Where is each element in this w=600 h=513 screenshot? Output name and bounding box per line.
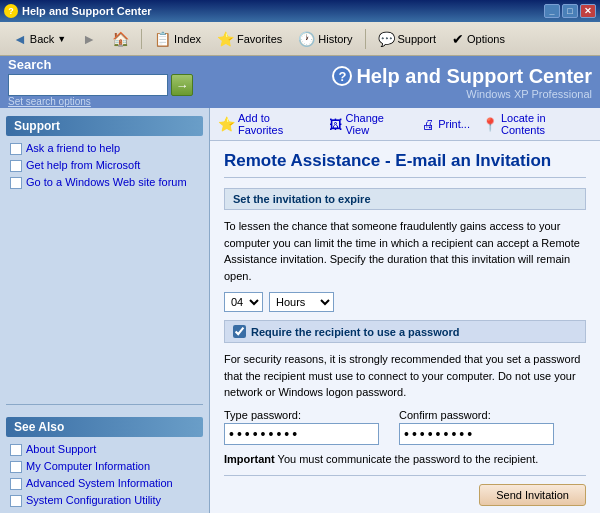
checkbox-system-config [10,495,22,507]
search-options-link[interactable]: Set search options [8,96,91,107]
locate-in-contents-button[interactable]: 📍 Locate in Contents [482,112,592,136]
back-dropdown-icon[interactable]: ▼ [57,34,66,44]
checkbox-advanced-system [10,478,22,490]
title-bar-left: ? Help and Support Center [4,4,152,18]
hours-value-select[interactable]: 01 02 03 04 05 06 12 24 [224,292,263,312]
home-button[interactable]: 🏠 [105,28,136,50]
back-button[interactable]: ◄ Back ▼ [6,28,73,50]
search-title-main: ? Help and Support Center [197,65,592,88]
support-section: Support Ask a friend to help Get help fr… [6,116,203,191]
sidebar-item-ask-friend[interactable]: Ask a friend to help [6,140,203,157]
index-icon: 📋 [154,31,171,47]
get-help-link[interactable]: Get help from Microsoft [26,159,140,171]
support-heading: Support [6,116,203,136]
section2-body: For security reasons, it is strongly rec… [224,351,586,401]
computer-info-link[interactable]: My Computer Information [26,460,150,472]
send-invitation-button[interactable]: Send Invitation [479,484,586,506]
sidebar-item-windows-forum[interactable]: Go to a Windows Web site forum [6,174,203,191]
require-password-label: Require the recipient to use a password [251,326,459,338]
print-button[interactable]: 🖨 Print... [422,117,470,132]
page-title: Remote Assistance - E-mail an Invitation [224,151,586,178]
advanced-system-link[interactable]: Advanced System Information [26,477,173,489]
search-title-subtitle: Windows XP Professional [197,88,592,100]
search-go-button[interactable]: → [171,74,193,96]
print-icon: 🖨 [422,117,435,132]
home-icon: 🏠 [112,31,129,47]
sidebar-spacer [0,195,209,400]
checkbox-ask-friend [10,143,22,155]
important-note: Important You must communicate the passw… [224,453,586,465]
separator-2 [365,29,366,49]
sidebar-item-get-help[interactable]: Get help from Microsoft [6,157,203,174]
history-button[interactable]: 🕐 History [291,28,359,50]
change-view-button[interactable]: 🖼 Change View [329,112,410,136]
sidebar-item-about-support[interactable]: About Support [6,441,203,458]
system-config-link[interactable]: System Configuration Utility [26,494,161,506]
history-icon: 🕐 [298,31,315,47]
password-section: Type password: Confirm password: [224,409,586,445]
sidebar-item-system-config[interactable]: System Configuration Utility [6,492,203,509]
content-body: Remote Assistance - E-mail an Invitation… [210,141,600,513]
favorites-button[interactable]: ⭐ Favorites [210,28,289,50]
hours-row: 01 02 03 04 05 06 12 24 Minutes Hours Da… [224,292,586,312]
support-icon: 💬 [378,31,395,47]
close-button[interactable]: ✕ [580,4,596,18]
sidebar-item-advanced-system[interactable]: Advanced System Information [6,475,203,492]
ask-friend-link[interactable]: Ask a friend to help [26,142,120,154]
about-support-link[interactable]: About Support [26,443,96,455]
maximize-button[interactable]: □ [562,4,578,18]
support-button[interactable]: 💬 Support [371,28,444,50]
windows-forum-link[interactable]: Go to a Windows Web site forum [26,176,187,188]
title-bar-text: Help and Support Center [22,5,152,17]
sidebar: Support Ask a friend to help Get help fr… [0,108,210,513]
sidebar-divider [6,404,203,405]
important-body: You must communicate the password to the… [275,453,539,465]
sidebar-item-computer-info[interactable]: My Computer Information [6,458,203,475]
section1-heading: Set the invitation to expire [224,188,586,210]
options-button[interactable]: ✔ Options [445,28,512,50]
type-password-label: Type password: [224,409,379,421]
checkbox-computer-info [10,461,22,473]
see-also-heading: See Also [6,417,203,437]
type-password-input[interactable] [224,423,379,445]
add-to-favorites-button[interactable]: ⭐ Add to Favorites [218,112,317,136]
password-fields: Type password: Confirm password: [224,409,586,445]
back-icon: ◄ [13,31,27,47]
confirm-password-group: Confirm password: [399,409,554,445]
separator-1 [141,29,142,49]
checkbox-windows-forum [10,177,22,189]
title-bar: ? Help and Support Center _ □ ✕ [0,0,600,22]
locate-icon: 📍 [482,117,498,132]
confirm-password-input[interactable] [399,423,554,445]
star-icon: ⭐ [218,116,235,132]
checkbox-get-help [10,160,22,172]
toolbar: ◄ Back ▼ ► 🏠 📋 Index ⭐ Favorites 🕐 Histo… [0,22,600,56]
favorites-icon: ⭐ [217,31,234,47]
section1-body: To lessen the chance that someone fraudu… [224,218,586,284]
content-area: ⭐ Add to Favorites 🖼 Change View 🖨 Print… [210,108,600,513]
require-password-checkbox[interactable] [233,325,246,338]
search-input-row: → [8,74,193,96]
search-label: Search [8,57,51,72]
app-icon: ? [4,4,18,18]
action-bar: ⭐ Add to Favorites 🖼 Change View 🖨 Print… [210,108,600,141]
help-circle-icon: ? [332,66,352,86]
search-left: Search → Set search options [8,57,193,107]
forward-button[interactable]: ► [75,28,103,50]
index-button[interactable]: 📋 Index [147,28,208,50]
options-icon: ✔ [452,31,464,47]
search-bar: Search → Set search options ? Help and S… [0,56,600,108]
forward-icon: ► [82,31,96,47]
require-password-row: Require the recipient to use a password [224,320,586,343]
hours-unit-select[interactable]: Minutes Hours Days [269,292,334,312]
content-divider [224,475,586,476]
search-input[interactable] [8,74,168,96]
type-password-group: Type password: [224,409,379,445]
minimize-button[interactable]: _ [544,4,560,18]
search-title: ? Help and Support Center Windows XP Pro… [197,65,592,100]
checkbox-about-support [10,444,22,456]
see-also-section: See Also About Support My Computer Infor… [6,417,203,509]
title-bar-buttons[interactable]: _ □ ✕ [544,4,596,18]
confirm-password-label: Confirm password: [399,409,554,421]
main-container: Support Ask a friend to help Get help fr… [0,108,600,513]
